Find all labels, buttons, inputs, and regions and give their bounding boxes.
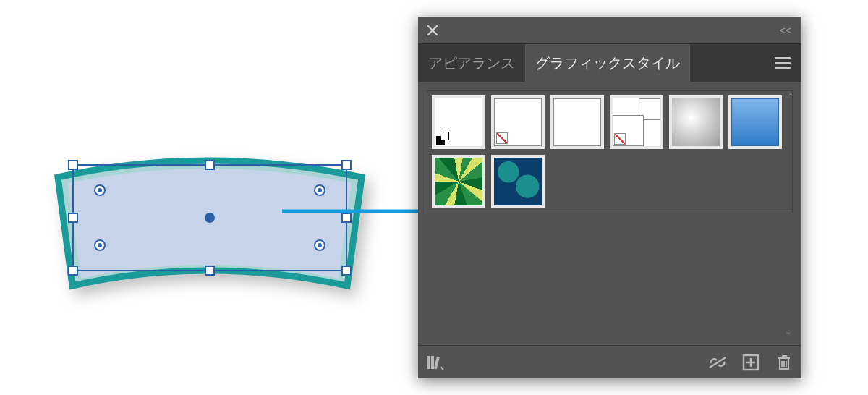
resize-handle-tr[interactable]: [341, 160, 352, 170]
new-style-icon: [742, 354, 760, 371]
panel-tabs: アピアランス グラフィックスタイル: [418, 44, 801, 82]
svg-rect-1: [427, 356, 430, 369]
expand-down-icon[interactable]: ⌄: [784, 325, 793, 336]
menu-icon: [775, 57, 791, 69]
new-style-button[interactable]: [741, 352, 761, 373]
panel-menu-button[interactable]: [764, 44, 801, 82]
style-swatch-default[interactable]: [432, 95, 485, 149]
tab-appearance[interactable]: アピアランス: [418, 44, 525, 82]
swatch-preview: [494, 158, 542, 205]
envelope-anchor-tl[interactable]: [94, 184, 106, 196]
break-link-button[interactable]: [707, 352, 728, 373]
center-point: [205, 213, 215, 223]
resize-handle-br[interactable]: [341, 266, 352, 276]
envelope-anchor-tr[interactable]: [314, 184, 326, 196]
style-libraries-button[interactable]: [425, 352, 446, 373]
delete-icon: [776, 354, 792, 371]
tab-label: アピアランス: [428, 54, 515, 73]
panel-body: ⌃ ⌄: [418, 82, 801, 345]
resize-handle-tl[interactable]: [68, 160, 78, 170]
resize-handle-l[interactable]: [68, 213, 78, 223]
svg-rect-3: [434, 356, 440, 368]
resize-handle-t[interactable]: [205, 160, 215, 170]
close-panel-button[interactable]: [425, 23, 440, 38]
tab-label: グラフィックスタイル: [535, 54, 680, 73]
svg-rect-2: [431, 356, 434, 369]
resize-handle-bl[interactable]: [68, 266, 78, 276]
tab-graphic-styles[interactable]: グラフィックスタイル: [525, 44, 690, 82]
expand-up-icon[interactable]: ⌃: [787, 92, 794, 102]
panel-titlebar[interactable]: <<: [418, 17, 801, 44]
swatch-preview: [613, 98, 660, 146]
envelope-anchor-br[interactable]: [314, 239, 326, 251]
style-swatch-whitebox[interactable]: [550, 95, 604, 149]
panel-footer: [418, 345, 801, 378]
style-swatch-blue-pattern[interactable]: [491, 155, 545, 208]
fill-stroke-icon: [436, 132, 449, 145]
swatch-preview: [553, 98, 601, 146]
swatch-preview: [731, 98, 779, 146]
style-swatch-two-boxes[interactable]: [610, 95, 663, 149]
canvas-artwork[interactable]: [43, 148, 369, 307]
library-icon: [426, 354, 445, 370]
delete-style-button[interactable]: [774, 352, 794, 373]
collapse-icon: <<: [780, 25, 791, 36]
swatch-preview: [435, 98, 482, 146]
style-grid: [427, 90, 793, 213]
resize-handle-b[interactable]: [205, 266, 215, 276]
swatch-preview: [672, 98, 720, 146]
break-link-icon: [707, 355, 728, 370]
graphic-styles-panel: << アピアランス グラフィックスタイル: [418, 17, 801, 378]
swatch-preview: [494, 98, 542, 146]
close-icon: [427, 25, 438, 36]
swatch-preview: [435, 158, 482, 205]
style-swatch-nofill[interactable]: [491, 95, 545, 149]
style-swatch-blue-gradient[interactable]: [728, 95, 782, 149]
envelope-anchor-bl[interactable]: [94, 239, 106, 251]
style-swatch-gray-gradient[interactable]: [669, 95, 723, 149]
collapse-panel-button[interactable]: <<: [777, 23, 794, 38]
style-swatch-green-pattern[interactable]: [432, 155, 485, 208]
